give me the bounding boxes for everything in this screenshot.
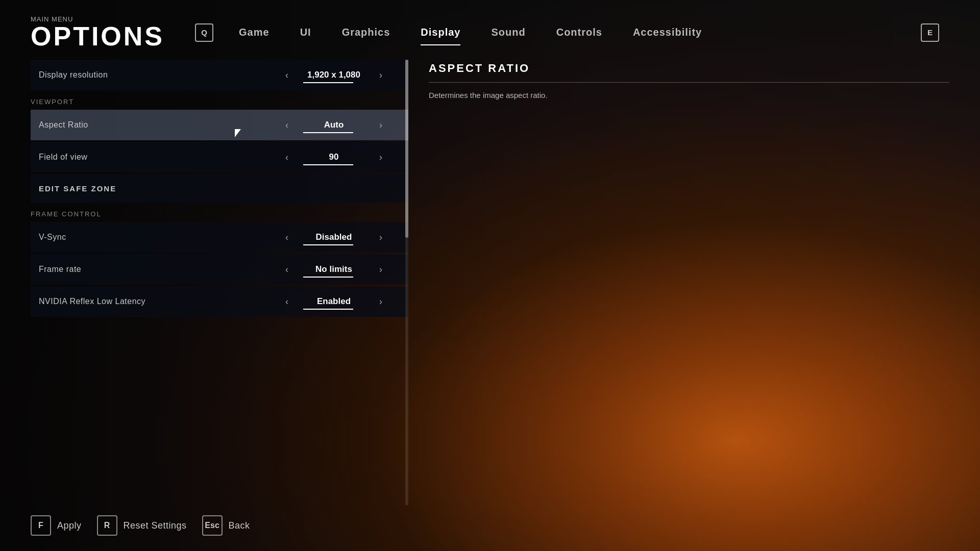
back-label: Back [229, 520, 250, 531]
aspect-ratio-next[interactable]: › [372, 116, 389, 135]
aspect-ratio-prev[interactable]: ‹ [278, 116, 296, 135]
main-body: Display resolution ‹ 1,920 x 1,080 › Vie… [0, 49, 980, 505]
key-badge-e[interactable]: E [921, 23, 939, 42]
settings-scroll: Display resolution ‹ 1,920 x 1,080 › Vie… [31, 60, 408, 505]
apply-key: F [31, 515, 51, 536]
frame-control-section-label: Frame Control [31, 204, 408, 222]
scrollbar-track[interactable] [405, 60, 408, 505]
reset-key: R [97, 515, 117, 536]
back-button[interactable]: Esc Back [202, 515, 250, 536]
setting-row-fov: Field of view ‹ 90 › [31, 142, 408, 172]
tab-accessibility[interactable]: Accessibility [618, 21, 717, 43]
fov-value: 90 [296, 152, 372, 162]
nvidia-reflex-next[interactable]: › [372, 292, 389, 311]
fov-control: ‹ 90 › [267, 148, 400, 167]
settings-panel: Display resolution ‹ 1,920 x 1,080 › Vie… [31, 60, 408, 505]
nvidia-reflex-label: NVIDIA Reflex Low Latency [39, 297, 267, 306]
setting-row-nvidia-reflex: NVIDIA Reflex Low Latency ‹ Enabled › [31, 286, 408, 317]
aspect-ratio-control: ‹ Auto › [267, 116, 400, 135]
vsync-prev[interactable]: ‹ [278, 228, 296, 247]
tab-controls[interactable]: Controls [541, 21, 618, 43]
reset-label: Reset Settings [124, 520, 187, 531]
nvidia-reflex-control: ‹ Enabled › [267, 292, 400, 311]
tab-sound[interactable]: Sound [476, 21, 541, 43]
setting-row-vsync: V-Sync ‹ Disabled › [31, 222, 408, 253]
tab-display[interactable]: Display [405, 21, 476, 43]
vsync-control: ‹ Disabled › [267, 228, 400, 247]
tab-game[interactable]: Game [224, 21, 285, 43]
frame-rate-control: ‹ No limits › [267, 260, 400, 279]
reset-button[interactable]: R Reset Settings [97, 515, 187, 536]
frame-rate-prev[interactable]: ‹ [278, 260, 296, 279]
vsync-label: V-Sync [39, 233, 267, 242]
fov-prev[interactable]: ‹ [278, 148, 296, 167]
back-key: Esc [202, 515, 223, 536]
tab-graphics[interactable]: Graphics [327, 21, 406, 43]
setting-row-frame-rate: Frame rate ‹ No limits › [31, 254, 408, 285]
scrollbar-thumb[interactable] [405, 60, 408, 238]
vsync-next[interactable]: › [372, 228, 389, 247]
nav-tabs: Game UI Graphics Display Sound Controls … [224, 21, 911, 43]
info-description: Determines the image aspect ratio. [429, 90, 949, 102]
frame-rate-label: Frame rate [39, 265, 267, 274]
display-resolution-control: ‹ 1,920 x 1,080 › [267, 66, 400, 85]
edit-safe-zone-row[interactable]: EDIT SAFE ZONE [31, 174, 408, 203]
display-resolution-label: Display resolution [39, 70, 267, 80]
aspect-ratio-value: Auto [296, 120, 372, 130]
nvidia-reflex-prev[interactable]: ‹ [278, 292, 296, 311]
aspect-ratio-label: Aspect Ratio [39, 120, 267, 130]
apply-label: Apply [57, 520, 82, 531]
frame-rate-value: No limits [296, 264, 372, 274]
fov-label: Field of view [39, 153, 267, 162]
display-resolution-prev[interactable]: ‹ [278, 66, 296, 85]
main-content: Main Menu OPTIONS Q Game UI Graphics Dis… [0, 0, 980, 551]
info-panel: ASPECT RATIO Determines the image aspect… [429, 60, 949, 505]
display-resolution-next[interactable]: › [372, 66, 389, 85]
fov-next[interactable]: › [372, 148, 389, 167]
edit-safe-zone-label: EDIT SAFE ZONE [39, 184, 116, 193]
apply-button[interactable]: F Apply [31, 515, 82, 536]
frame-rate-next[interactable]: › [372, 260, 389, 279]
footer: F Apply R Reset Settings Esc Back [0, 505, 980, 551]
viewport-section-label: Viewport [31, 92, 408, 110]
setting-row-aspect-ratio: Aspect Ratio ‹ Auto › [31, 110, 408, 140]
header-left: Main Menu OPTIONS [31, 15, 164, 49]
nvidia-reflex-value: Enabled [296, 296, 372, 307]
header: Main Menu OPTIONS Q Game UI Graphics Dis… [0, 0, 980, 49]
vsync-value: Disabled [296, 232, 372, 242]
setting-row-display-resolution: Display resolution ‹ 1,920 x 1,080 › [31, 60, 408, 90]
tab-ui[interactable]: UI [285, 21, 327, 43]
page-title: OPTIONS [31, 23, 164, 49]
display-resolution-value: 1,920 x 1,080 [296, 70, 372, 80]
info-title: ASPECT RATIO [429, 62, 949, 83]
key-badge-q[interactable]: Q [195, 23, 213, 42]
